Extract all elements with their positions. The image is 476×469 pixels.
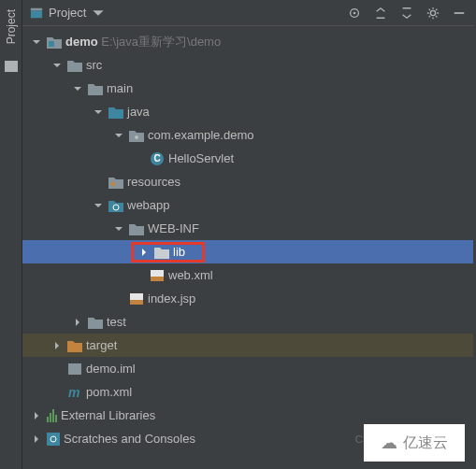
tree-node-lib[interactable]: lib: [22, 240, 473, 263]
brand-watermark: ☁ 亿速云: [364, 424, 465, 462]
tree-node-target[interactable]: target: [22, 334, 473, 357]
external-libs-label: External Libraries: [61, 408, 155, 422]
tree-node-class[interactable]: C HelloServlet: [22, 147, 473, 170]
svg-rect-1: [31, 10, 42, 18]
tree-node-package[interactable]: com.example.demo: [22, 123, 473, 147]
chevron-down-icon[interactable]: [92, 199, 105, 212]
project-tool-tab[interactable]: Project: [5, 9, 18, 44]
webapp-label: webapp: [127, 198, 170, 212]
tree-node-java[interactable]: java: [22, 100, 473, 123]
root-name: demo: [65, 35, 98, 49]
brand-label: 亿速云: [403, 433, 448, 453]
chevron-down-icon[interactable]: [50, 59, 64, 72]
chevron-right-icon[interactable]: [30, 409, 43, 422]
folder-icon: [129, 221, 144, 236]
chevron-down-icon[interactable]: [112, 222, 125, 235]
svg-rect-0: [31, 7, 42, 10]
chevron-down-icon[interactable]: [30, 36, 43, 49]
folder-icon: [154, 245, 169, 260]
webxml-label: web.xml: [168, 268, 213, 282]
project-view-label[interactable]: Project: [49, 6, 86, 20]
cloud-icon: ☁: [381, 433, 397, 453]
scratches-icon: [47, 433, 60, 446]
tree-node-main[interactable]: main: [22, 77, 473, 100]
svg-point-4: [430, 10, 435, 15]
locate-icon[interactable]: [348, 7, 361, 20]
chevron-right-icon[interactable]: [30, 433, 43, 446]
chevron-right-icon[interactable]: [137, 246, 151, 259]
folder-icon: [88, 315, 103, 330]
indexjsp-label: index.jsp: [148, 291, 195, 306]
chevron-down-icon[interactable]: [71, 82, 84, 95]
scratches-label: Scratches and Consoles: [64, 432, 195, 446]
class-label: HelloServlet: [168, 151, 234, 165]
pom-label: pom.xml: [86, 385, 132, 399]
tree-node-webinf[interactable]: WEB-INF: [22, 217, 473, 240]
svg-point-3: [353, 11, 356, 14]
dropdown-icon[interactable]: [92, 7, 105, 20]
tree-node-src[interactable]: src: [22, 53, 473, 77]
chevron-down-icon[interactable]: [112, 129, 125, 142]
tree-node-resources[interactable]: resources: [22, 170, 473, 193]
xml-file-icon: [150, 268, 165, 283]
minimize-icon[interactable]: [453, 7, 466, 20]
webinf-label: WEB-INF: [148, 221, 199, 235]
gear-icon[interactable]: [426, 7, 440, 20]
expand-all-icon[interactable]: [374, 7, 387, 20]
iml-file-icon: [67, 362, 82, 377]
external-libs-icon: [47, 409, 57, 422]
jsp-file-icon: [129, 291, 144, 306]
src-label: src: [86, 58, 102, 72]
svg-point-7: [135, 135, 138, 139]
test-label: test: [107, 315, 126, 329]
target-label: target: [86, 338, 117, 352]
web-folder-icon: [108, 198, 123, 213]
highlight-box: lib: [131, 242, 205, 263]
collapse-all-icon[interactable]: [400, 7, 413, 20]
tree-node-pom[interactable]: m pom.xml: [22, 380, 473, 404]
lib-label: lib: [173, 245, 185, 259]
main-label: main: [107, 81, 133, 95]
project-toolbar: Project: [22, 0, 473, 26]
resources-folder-icon: [108, 175, 123, 190]
tree-node-iml[interactable]: demo.iml: [22, 357, 473, 380]
chevron-right-icon[interactable]: [71, 316, 84, 329]
root-path: E:\java重新学习\demo: [101, 34, 221, 50]
class-icon: C: [150, 151, 165, 166]
chevron-down-icon[interactable]: [92, 106, 105, 119]
tree-node-test[interactable]: test: [22, 310, 473, 334]
package-icon: [129, 128, 144, 143]
module-folder-icon: [47, 35, 62, 50]
resources-label: resources: [127, 175, 180, 189]
folder-icon: [67, 58, 82, 73]
svg-rect-6: [49, 41, 54, 47]
package-label: com.example.demo: [148, 128, 253, 142]
folder-icon: [88, 81, 103, 96]
sidebar-file-icon[interactable]: [5, 61, 18, 72]
tree-node-webxml[interactable]: web.xml: [22, 263, 473, 287]
project-view-icon: [30, 7, 43, 20]
iml-label: demo.iml: [86, 362, 136, 376]
source-folder-icon: [108, 105, 123, 120]
tree-node-root[interactable]: demo E:\java重新学习\demo: [22, 30, 473, 53]
tree-node-indexjsp[interactable]: index.jsp: [22, 287, 473, 310]
tree-node-webapp[interactable]: webapp: [22, 193, 473, 217]
chevron-right-icon[interactable]: [50, 339, 64, 352]
svg-point-10: [50, 436, 56, 442]
maven-icon: m: [67, 385, 82, 400]
svg-rect-5: [454, 12, 465, 14]
java-label: java: [127, 105, 150, 119]
project-tree[interactable]: demo E:\java重新学习\demo src main java: [22, 26, 473, 469]
svg-rect-8: [111, 182, 115, 186]
excluded-folder-icon: [67, 338, 82, 353]
